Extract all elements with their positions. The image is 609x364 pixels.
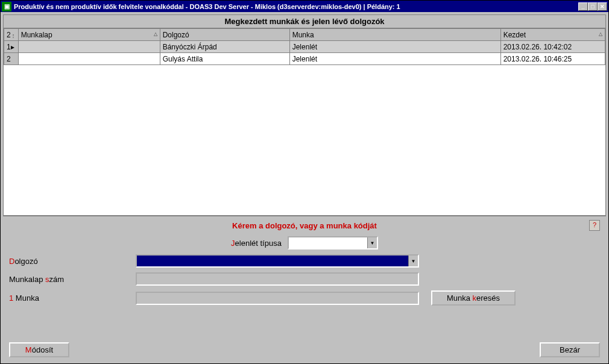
label-jelenlet: Jelenlét típusa	[231, 239, 282, 248]
label-munka: 1 Munka	[9, 293, 136, 303]
col-count[interactable]: 2⋮	[4, 29, 19, 41]
maximize-button[interactable]: □	[588, 2, 598, 11]
form-panel: ? Kérem a dolgozó, vagy a munka kódját J…	[3, 216, 606, 361]
window-title: Produktív és nem produktív idők felvitel…	[14, 3, 578, 10]
grid-panel: Megkezdett munkák és jelen lévő dolgozók…	[3, 14, 606, 216]
help-button[interactable]: ?	[589, 220, 600, 231]
row-jelenlet: Jelenlét típusa ▼	[9, 236, 600, 249]
row-munkalap: Munkalap szám	[9, 272, 600, 286]
cell-munkalap	[18, 53, 160, 65]
prompt-text: Kérem a dolgozó, vagy a munka kódját	[9, 221, 600, 230]
button-bezar[interactable]: Bezár	[540, 342, 600, 357]
button-munka-kereses[interactable]: Munka keresés	[431, 290, 516, 306]
cell-munka: Jelenlét	[289, 53, 500, 65]
col-munka[interactable]: Munka	[289, 29, 500, 41]
bottom-buttons: Módosít Bezár	[9, 336, 600, 357]
cell-kezdet: 2013.02.26. 10:46:25	[500, 53, 605, 65]
table-row[interactable]: 1▸Bányóczki ÁrpádJelenlét2013.02.26. 10:…	[4, 41, 605, 53]
label-dolgozo: Dolgozó	[9, 257, 136, 266]
button-modosit[interactable]: Módosít	[9, 342, 69, 357]
app-icon: ▣	[2, 2, 11, 11]
combo-dolgozo[interactable]: ▼	[136, 254, 419, 268]
grid-body: 2⋮ Munkalap△ Dolgozó Munka Kezdet△ 1▸Bán…	[4, 28, 605, 215]
grid-title: Megkezdett munkák és jelen lévő dolgozók	[4, 15, 605, 28]
data-grid[interactable]: 2⋮ Munkalap△ Dolgozó Munka Kezdet△ 1▸Bán…	[4, 28, 605, 65]
cell-kezdet: 2013.02.26. 10:42:02	[500, 41, 605, 53]
cell-dolgozo: Bányóczki Árpád	[160, 41, 289, 53]
combo-dolgozo-text[interactable]	[137, 256, 408, 266]
chevron-down-icon[interactable]: ▼	[367, 237, 377, 248]
sort-asc-icon: △	[154, 31, 157, 37]
label-munkalap: Munkalap szám	[9, 275, 136, 284]
input-munka[interactable]	[136, 292, 419, 305]
cell-dolgozo: Gulyás Attila	[160, 53, 289, 65]
row-munka: 1 Munka Munka keresés	[9, 290, 600, 306]
table-row[interactable]: 2Gulyás AttilaJelenlét2013.02.26. 10:46:…	[4, 53, 605, 65]
sort-asc-icon: △	[599, 31, 602, 37]
close-button[interactable]: ✕	[598, 2, 607, 11]
window-controls: _ □ ✕	[578, 2, 607, 11]
cell-munka: Jelenlét	[289, 41, 500, 53]
chevron-down-icon[interactable]: ▼	[408, 256, 418, 266]
minimize-button[interactable]: _	[578, 2, 588, 11]
input-munkalap[interactable]	[136, 272, 419, 286]
cell-munkalap	[18, 41, 160, 53]
combo-jelenlet-text[interactable]	[289, 237, 367, 248]
col-munkalap[interactable]: Munkalap△	[18, 29, 160, 41]
content-area: Megkezdett munkák és jelen lévő dolgozók…	[1, 12, 608, 363]
col-dolgozo[interactable]: Dolgozó	[160, 29, 289, 41]
row-dolgozo: Dolgozó ▼	[9, 254, 600, 268]
main-window: ▣ Produktív és nem produktív idők felvit…	[0, 0, 609, 364]
row-indicator: 1▸	[4, 41, 19, 53]
titlebar: ▣ Produktív és nem produktív idők felvit…	[1, 1, 608, 12]
combo-jelenlet[interactable]: ▼	[288, 236, 378, 249]
col-kezdet[interactable]: Kezdet△	[500, 29, 605, 41]
row-indicator: 2	[4, 53, 19, 65]
